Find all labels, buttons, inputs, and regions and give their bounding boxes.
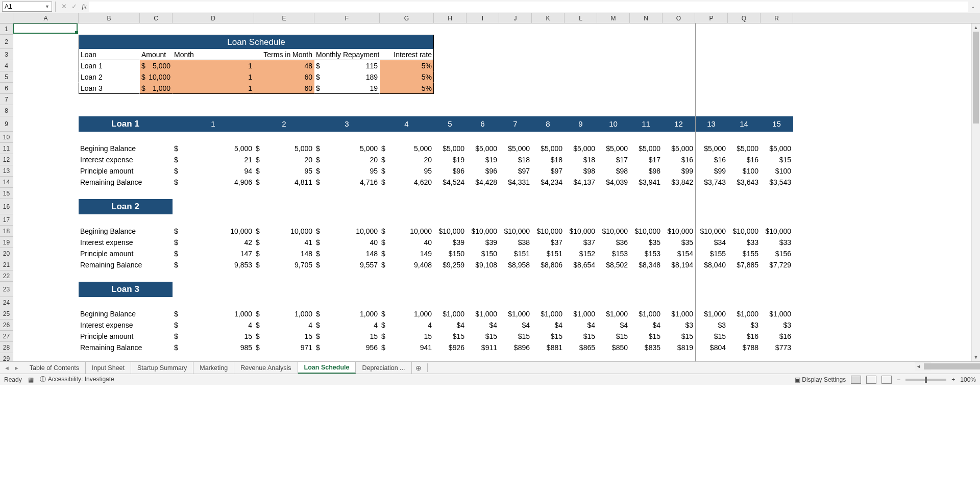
sheet-tab[interactable]: Startup Summary xyxy=(131,362,193,374)
cell[interactable]: $5,000 xyxy=(380,143,434,154)
cell[interactable]: $1,000 xyxy=(532,308,565,319)
cell[interactable]: $95 xyxy=(380,165,434,177)
column-header[interactable]: H xyxy=(434,13,467,23)
cell[interactable] xyxy=(13,154,79,165)
cell[interactable]: Interest rate xyxy=(380,49,434,60)
cell[interactable]: 5% xyxy=(380,71,434,83)
cell[interactable]: $10,000 xyxy=(630,226,663,237)
cell[interactable]: $20 xyxy=(380,154,434,165)
cell[interactable]: 1 xyxy=(173,60,254,71)
column-header[interactable]: F xyxy=(314,13,380,23)
cell[interactable] xyxy=(13,199,79,214)
cell[interactable]: $3,643 xyxy=(728,177,761,188)
cell[interactable]: 15 xyxy=(761,116,793,132)
row-header[interactable]: 18 xyxy=(0,226,13,237)
scroll-left-icon[interactable]: ◄ xyxy=(915,364,923,369)
cell[interactable]: $15 xyxy=(695,331,728,342)
cell[interactable]: $95 xyxy=(254,165,314,177)
row-header[interactable]: 12 xyxy=(0,154,13,165)
cell[interactable]: $8,040 xyxy=(695,259,728,270)
column-header[interactable]: B xyxy=(79,13,140,23)
vscroll-thumb[interactable] xyxy=(973,32,979,124)
cell[interactable]: $1,000 xyxy=(761,308,793,319)
display-settings-button[interactable]: ▣ Display Settings xyxy=(795,376,846,383)
cell[interactable]: $189 xyxy=(314,71,380,83)
cell[interactable] xyxy=(13,116,79,132)
cell[interactable]: 60 xyxy=(254,83,314,94)
cell[interactable]: Principle amount xyxy=(79,165,173,177)
cell[interactable] xyxy=(13,83,79,94)
cell[interactable]: $896 xyxy=(499,342,532,353)
cell[interactable]: $96 xyxy=(434,165,467,177)
cell[interactable]: $17 xyxy=(630,154,663,165)
cell[interactable]: $5,000 xyxy=(467,143,499,154)
macro-icon[interactable]: ▦ xyxy=(28,376,34,383)
cell[interactable]: $7,729 xyxy=(761,259,793,270)
cell[interactable] xyxy=(13,49,79,60)
cell[interactable] xyxy=(13,282,79,297)
cell[interactable]: 11 xyxy=(630,116,663,132)
cell[interactable]: $98 xyxy=(597,165,630,177)
cell[interactable]: $10,000 xyxy=(140,71,173,83)
cell[interactable]: Begining Balance xyxy=(79,308,173,319)
row-header[interactable]: 5 xyxy=(0,71,13,83)
cell[interactable]: $4,716 xyxy=(314,177,380,188)
cell[interactable]: $5,000 xyxy=(761,143,793,154)
cell[interactable]: $20 xyxy=(314,154,380,165)
loan-title[interactable]: Loan 2 xyxy=(79,199,173,214)
column-header[interactable]: D xyxy=(173,13,254,23)
cell[interactable]: $1,000 xyxy=(499,308,532,319)
cell[interactable]: Loan 1 xyxy=(79,60,140,71)
sheet-tab[interactable]: Table of Contents xyxy=(23,362,86,374)
cell[interactable]: $10,000 xyxy=(597,226,630,237)
hscroll-thumb[interactable] xyxy=(924,363,980,369)
column-header[interactable]: A xyxy=(13,13,79,23)
cell[interactable]: $95 xyxy=(314,165,380,177)
row-header[interactable]: 27 xyxy=(0,331,13,342)
cell[interactable]: $5,000 xyxy=(532,143,565,154)
cell[interactable]: $971 xyxy=(254,342,314,353)
cell[interactable]: $100 xyxy=(728,165,761,177)
cell[interactable]: $96 xyxy=(467,165,499,177)
cell[interactable]: $15 xyxy=(254,331,314,342)
cell[interactable]: $819 xyxy=(663,342,695,353)
cell[interactable]: $150 xyxy=(434,248,467,259)
cell[interactable] xyxy=(13,226,79,237)
cell[interactable]: $4 xyxy=(314,319,380,331)
cell[interactable]: $40 xyxy=(314,237,380,248)
cell[interactable]: $37 xyxy=(532,237,565,248)
cell[interactable]: $154 xyxy=(663,248,695,259)
cell[interactable]: $788 xyxy=(728,342,761,353)
cell[interactable]: $1,000 xyxy=(254,308,314,319)
cell[interactable]: $19 xyxy=(434,154,467,165)
cell[interactable]: $147 xyxy=(173,248,254,259)
row-header[interactable]: 21 xyxy=(0,259,13,270)
cell[interactable]: $3,743 xyxy=(695,177,728,188)
cell[interactable]: $850 xyxy=(597,342,630,353)
cell[interactable]: $16 xyxy=(761,331,793,342)
cell[interactable]: $865 xyxy=(565,342,597,353)
column-header[interactable]: I xyxy=(467,13,499,23)
cell[interactable]: 14 xyxy=(728,116,761,132)
cell[interactable] xyxy=(13,165,79,177)
cell[interactable]: $15 xyxy=(499,331,532,342)
cell[interactable] xyxy=(13,177,79,188)
cell[interactable]: $941 xyxy=(380,342,434,353)
cell[interactable]: $9,853 xyxy=(173,259,254,270)
cell[interactable]: $15 xyxy=(467,331,499,342)
row-header[interactable]: 25 xyxy=(0,308,13,319)
formula-input[interactable] xyxy=(89,2,968,12)
cell[interactable]: 5 xyxy=(434,116,467,132)
cell[interactable]: $1,000 xyxy=(314,308,380,319)
column-header[interactable]: L xyxy=(565,13,597,23)
cell[interactable]: $35 xyxy=(630,237,663,248)
cell[interactable]: $773 xyxy=(761,342,793,353)
cell[interactable]: 7 xyxy=(499,116,532,132)
cell[interactable]: $15 xyxy=(761,154,793,165)
cell[interactable]: $15 xyxy=(314,331,380,342)
row-header[interactable]: 17 xyxy=(0,214,13,226)
column-header[interactable]: C xyxy=(140,13,173,23)
cell[interactable] xyxy=(13,143,79,154)
cell[interactable]: $1,000 xyxy=(597,308,630,319)
cell[interactable]: $10,000 xyxy=(314,226,380,237)
